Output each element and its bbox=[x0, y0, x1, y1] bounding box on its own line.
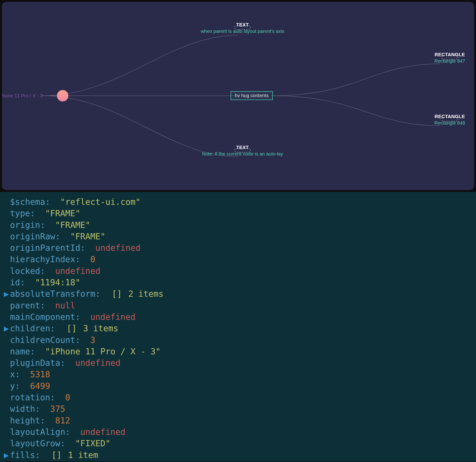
colon: : bbox=[45, 197, 50, 207]
prop-key: x bbox=[10, 370, 15, 379]
prop-value: "FRAME" bbox=[70, 232, 106, 241]
prop-key: y bbox=[10, 381, 15, 391]
graph-panel[interactable]: iPhone 11 Pro / X - 3 hv hug contents TE… bbox=[2, 2, 474, 190]
inspector-row[interactable]: hierachyIndex: 0 bbox=[4, 254, 472, 265]
colon: : bbox=[30, 347, 35, 356]
prop-value: undefined bbox=[75, 358, 120, 368]
inspector-row[interactable]: height: 812 bbox=[4, 415, 472, 426]
colon: : bbox=[60, 439, 65, 448]
inspector-row[interactable]: originParentId: undefined bbox=[4, 242, 472, 254]
inspector-row[interactable]: pluginData: undefined bbox=[4, 357, 472, 369]
graph-node-text1[interactable]: TEXT when parent is auto layout parent's… bbox=[169, 22, 316, 30]
colon: : bbox=[15, 381, 20, 391]
inspector-row[interactable]: width: 375 bbox=[4, 403, 472, 415]
prop-value: undefined bbox=[90, 312, 136, 322]
colon: : bbox=[75, 312, 80, 322]
inspector-row[interactable]: childrenCount: 3 bbox=[4, 334, 472, 346]
prop-value: "FRAME" bbox=[55, 220, 91, 230]
prop-key: $schema bbox=[10, 197, 45, 207]
prop-meta: 2 items bbox=[128, 289, 164, 299]
colon: : bbox=[80, 243, 85, 253]
inspector-row[interactable]: mainComponent: undefined bbox=[4, 311, 472, 323]
inspector-row[interactable]: ▶absoluteTransform: [] 2 items bbox=[4, 288, 472, 300]
prop-key: pluginData bbox=[10, 358, 60, 368]
inspector-row[interactable]: $schema: "reflect-ui.com" bbox=[4, 196, 472, 208]
prop-key: locked bbox=[10, 266, 40, 276]
graph-center-label: hv hug contents bbox=[231, 91, 273, 100]
node-type: RECTANGLE bbox=[424, 52, 474, 57]
colon: : bbox=[20, 278, 25, 287]
prop-key: layoutAlign bbox=[10, 427, 65, 437]
prop-key: childrenCount bbox=[10, 335, 75, 345]
inspector-row[interactable]: x: 5318 bbox=[4, 369, 472, 380]
node-type: TEXT bbox=[169, 145, 316, 150]
prop-value: undefined bbox=[95, 243, 141, 253]
prop-value: 812 bbox=[55, 416, 70, 425]
prop-key: type bbox=[10, 209, 30, 218]
graph-root-node[interactable]: iPhone 11 Pro / X - 3 bbox=[17, 90, 68, 101]
inspector-row[interactable]: originRaw: "FRAME" bbox=[4, 231, 472, 242]
inspector-row[interactable]: layoutGrow: "FIXED" bbox=[4, 438, 472, 449]
prop-value: undefined bbox=[80, 427, 126, 437]
node-type: RECTANGLE bbox=[424, 114, 474, 119]
colon: : bbox=[15, 370, 20, 379]
colon: : bbox=[30, 209, 35, 218]
inspector-row[interactable]: ▶fills: [] 1 item bbox=[4, 449, 472, 461]
prop-value: 3 bbox=[90, 335, 95, 345]
inspector-row[interactable]: parent: null bbox=[4, 300, 472, 311]
bracket-icon: [] bbox=[52, 450, 62, 460]
colon: : bbox=[35, 450, 40, 460]
caret-icon[interactable]: ▶ bbox=[4, 449, 10, 461]
bracket-icon: [] bbox=[67, 324, 77, 333]
inspector-row[interactable]: origin: "FRAME" bbox=[4, 219, 472, 231]
caret-icon[interactable]: ▶ bbox=[4, 323, 10, 334]
inspector-row[interactable]: y: 6499 bbox=[4, 380, 472, 392]
prop-value: "reflect-ui.com" bbox=[60, 197, 141, 207]
colon: : bbox=[65, 427, 70, 437]
inspector-panel[interactable]: $schema: "reflect-ui.com"type: "FRAME"or… bbox=[0, 192, 476, 462]
node-label: Rectangle 847 bbox=[424, 58, 474, 64]
prop-value: null bbox=[55, 301, 75, 310]
prop-key: absoluteTransform bbox=[10, 289, 95, 299]
prop-value: "1194:18" bbox=[35, 278, 80, 287]
graph-center-node[interactable]: hv hug contents bbox=[231, 91, 273, 100]
graph-root-label: iPhone 11 Pro / X - 3 bbox=[2, 93, 43, 99]
inspector-row[interactable]: id: "1194:18" bbox=[4, 277, 472, 288]
colon: : bbox=[55, 232, 60, 241]
colon: : bbox=[40, 266, 45, 276]
colon: : bbox=[75, 335, 80, 345]
prop-key: height bbox=[10, 416, 40, 425]
prop-key: originParentId bbox=[10, 243, 80, 253]
prop-key: parent bbox=[10, 301, 40, 310]
prop-value: 6499 bbox=[30, 381, 50, 391]
prop-key: hierachyIndex bbox=[10, 255, 75, 264]
prop-key: rotation bbox=[10, 393, 50, 402]
inspector-row[interactable]: layoutMode: "vertical" bbox=[4, 461, 472, 462]
graph-node-text2[interactable]: TEXT Note: If the current node is an aut… bbox=[169, 145, 316, 153]
inspector-row[interactable]: rotation: 0 bbox=[4, 392, 472, 403]
prop-key: width bbox=[10, 404, 35, 414]
prop-value: 375 bbox=[50, 404, 65, 414]
inspector-row[interactable]: name: "iPhone 11 Pro / X - 3" bbox=[4, 346, 472, 357]
inspector-row[interactable]: type: "FRAME" bbox=[4, 208, 472, 219]
node-label: Rectangle 848 bbox=[424, 120, 474, 126]
prop-value: "FRAME" bbox=[45, 209, 81, 218]
caret-icon[interactable]: ▶ bbox=[4, 288, 10, 300]
prop-key: origin bbox=[10, 220, 40, 230]
colon: : bbox=[40, 301, 45, 310]
inspector-row[interactable]: ▶children: [] 3 items bbox=[4, 323, 472, 334]
colon: : bbox=[50, 393, 55, 402]
colon: : bbox=[75, 255, 80, 264]
prop-value: "FIXED" bbox=[75, 439, 110, 448]
inspector-row[interactable]: locked: undefined bbox=[4, 265, 472, 277]
node-label: when parent is auto layout parent's axis bbox=[169, 29, 316, 34]
node-type: TEXT bbox=[169, 22, 316, 28]
inspector-row[interactable]: layoutAlign: undefined bbox=[4, 426, 472, 438]
prop-key: mainComponent bbox=[10, 312, 75, 322]
node-label: Note: If the current node is an auto-lay bbox=[169, 151, 316, 157]
prop-key: name bbox=[10, 347, 30, 356]
graph-node-rect1[interactable]: RECTANGLE Rectangle 847 bbox=[424, 52, 474, 60]
graph-node-rect2[interactable]: RECTANGLE Rectangle 848 bbox=[424, 114, 474, 122]
prop-meta: 1 item bbox=[68, 450, 98, 460]
prop-key: children bbox=[10, 324, 50, 333]
